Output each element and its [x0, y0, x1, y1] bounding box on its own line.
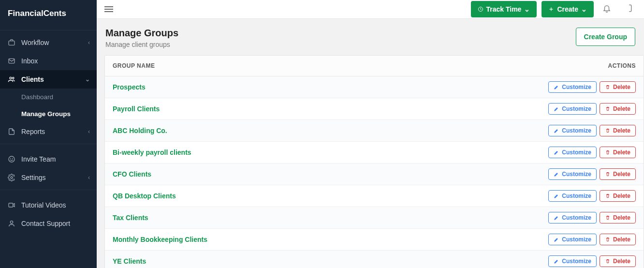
table-row: Bi-weekly payroll clientsCustomizeDelete [105, 142, 644, 164]
customize-label: Customize [562, 84, 591, 90]
customize-button[interactable]: Customize [548, 168, 597, 180]
table-row: CFO ClientsCustomizeDelete [105, 164, 644, 185]
svg-point-3 [13, 77, 14, 79]
table-row: ProspectsCustomizeDelete [105, 76, 644, 98]
delete-button[interactable]: Delete [600, 81, 636, 93]
trash-icon [605, 149, 611, 155]
delete-button[interactable]: Delete [600, 168, 636, 180]
sidebar-item-label: Contact Support [21, 220, 70, 227]
chevron-down-icon: ⌄ [85, 76, 90, 83]
customize-button[interactable]: Customize [548, 103, 597, 115]
group-name-link[interactable]: ABC Holding Co. [113, 127, 548, 134]
bell-icon [602, 4, 611, 13]
svg-point-4 [9, 156, 15, 162]
people-icon [7, 75, 16, 83]
svg-point-7 [11, 177, 13, 179]
clock-icon [478, 6, 483, 12]
sidebar-subitem-manage-groups[interactable]: Manage Groups [0, 105, 97, 122]
pencil-icon [554, 215, 559, 221]
customize-label: Customize [562, 236, 591, 243]
sidebar-item-settings[interactable]: Settings ‹ [0, 168, 97, 187]
sidebar-item-label: Tutorial Videos [21, 201, 66, 209]
track-time-button[interactable]: Track Time ⌄ [471, 1, 537, 17]
groups-table: GROUP NAME ACTIONS ProspectsCustomizeDel… [104, 55, 644, 268]
page-title: Manage Groups [105, 28, 178, 39]
sidebar-item-contact-support[interactable]: Contact Support [0, 214, 97, 233]
smiley-icon [7, 155, 16, 163]
delete-button[interactable]: Delete [600, 147, 636, 158]
group-name-link[interactable]: CFO Clients [113, 170, 548, 178]
pencil-icon [554, 237, 559, 242]
video-icon [7, 201, 16, 209]
svg-point-5 [11, 158, 11, 159]
sidebar-item-invite-team[interactable]: Invite Team [0, 150, 97, 168]
svg-rect-0 [9, 41, 15, 45]
sidebar-item-workflow[interactable]: Workflow ‹ [0, 33, 97, 52]
delete-button[interactable]: Delete [600, 103, 636, 115]
gear-icon [7, 174, 16, 181]
svg-point-9 [10, 221, 13, 223]
delete-label: Delete [613, 171, 630, 178]
customize-label: Customize [562, 258, 591, 265]
sidebar-subitem-dashboard[interactable]: Dashboard [0, 89, 97, 105]
customize-button[interactable]: Customize [548, 190, 597, 202]
delete-label: Delete [613, 236, 630, 243]
customize-button[interactable]: Customize [548, 255, 597, 267]
sidebar-item-label: Inbox [21, 57, 38, 65]
customize-button[interactable]: Customize [548, 234, 597, 245]
notifications-button[interactable] [599, 0, 615, 18]
group-name-link[interactable]: Bi-weekly payroll clients [113, 149, 548, 156]
customize-button[interactable]: Customize [548, 212, 597, 223]
create-button[interactable]: Create ⌄ [542, 1, 594, 17]
create-label: Create [557, 5, 578, 13]
trash-icon [605, 193, 611, 199]
table-header: GROUP NAME ACTIONS [105, 56, 644, 76]
sidebar-item-inbox[interactable]: Inbox [0, 52, 97, 70]
column-header-actions: ACTIONS [539, 62, 636, 69]
pencil-icon [554, 106, 559, 112]
group-name-link[interactable]: QB Desktop Clients [113, 192, 548, 200]
customize-label: Customize [562, 193, 591, 199]
delete-button[interactable]: Delete [600, 125, 636, 136]
chevron-left-icon: ‹ [88, 39, 90, 46]
customize-label: Customize [562, 171, 591, 178]
pencil-icon [554, 193, 559, 199]
group-name-link[interactable]: Monthly Bookkeeping Clients [113, 236, 548, 243]
pencil-icon [554, 171, 559, 177]
sidebar-item-tutorial-videos[interactable]: Tutorial Videos [0, 196, 97, 214]
table-row: Payroll ClientsCustomizeDelete [105, 98, 644, 120]
page-subtitle: Manage client groups [105, 41, 178, 48]
delete-button[interactable]: Delete [600, 212, 636, 223]
pencil-icon [554, 149, 559, 155]
delete-label: Delete [613, 193, 630, 199]
table-row: ABC Holding Co.CustomizeDelete [105, 120, 644, 142]
group-name-link[interactable]: Prospects [113, 83, 548, 91]
delete-label: Delete [613, 214, 630, 221]
delete-label: Delete [613, 149, 630, 156]
customize-label: Customize [562, 105, 591, 112]
group-name-link[interactable]: Payroll Clients [113, 105, 548, 113]
delete-button[interactable]: Delete [600, 234, 636, 245]
customize-button[interactable]: Customize [548, 81, 597, 93]
delete-button[interactable]: Delete [600, 255, 636, 267]
delete-label: Delete [613, 127, 630, 134]
customize-button[interactable]: Customize [548, 125, 597, 136]
trash-icon [605, 237, 611, 242]
sidebar-item-clients[interactable]: Clients ⌄ [0, 70, 97, 89]
sidebar-item-reports[interactable]: Reports ‹ [0, 122, 97, 141]
logout-button[interactable] [620, 0, 636, 18]
customize-label: Customize [562, 214, 591, 221]
delete-button[interactable]: Delete [600, 190, 636, 202]
trash-icon [605, 171, 611, 177]
table-row: YE ClientsCustomizeDelete [105, 251, 644, 268]
menu-toggle-icon[interactable] [104, 6, 113, 12]
envelope-icon [7, 57, 16, 65]
customize-button[interactable]: Customize [548, 147, 597, 158]
create-group-button[interactable]: Create Group [576, 28, 635, 46]
sidebar: FinancialCents Workflow ‹ Inbox Clients … [0, 0, 97, 268]
table-row: Tax ClientsCustomizeDelete [105, 207, 644, 229]
group-name-link[interactable]: Tax Clients [113, 214, 548, 222]
page-header: Manage Groups Manage client groups Creat… [97, 19, 644, 55]
customize-label: Customize [562, 149, 591, 156]
group-name-link[interactable]: YE Clients [113, 257, 548, 265]
